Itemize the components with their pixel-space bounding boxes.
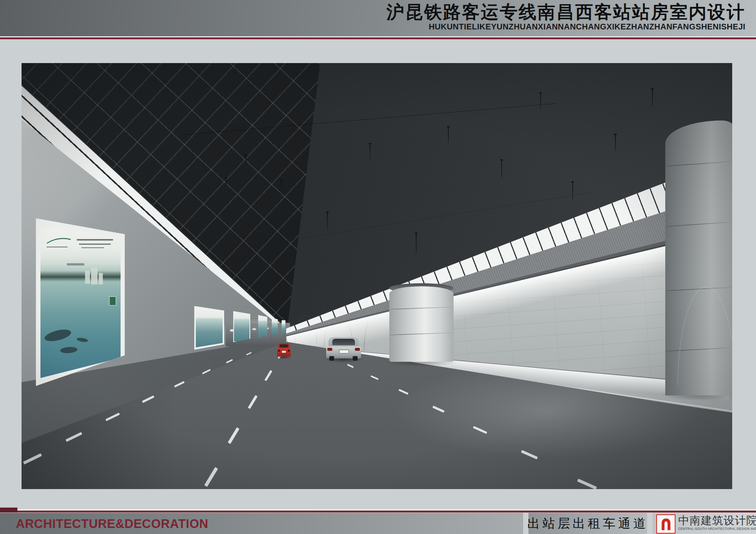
car-license-plate [339,350,349,353]
car-taillight [278,350,280,352]
pillar-right [665,120,732,395]
ceiling-rod [416,234,417,253]
arch-reflection [677,287,732,386]
institute-name-cn: 中南建筑设计院 [678,514,754,527]
billboard-artwork [196,307,223,347]
drawing-caption: 出站层出租车通道 [527,515,648,532]
ad-text-line [81,247,104,248]
ad-text-line [79,244,111,245]
car-taillight [327,348,332,351]
ceiling-rod [615,135,616,151]
ad-fish [60,346,77,353]
page-title: 沪昆铁路客运专线南昌西客站站房室内设计 [386,2,745,22]
pillar-seam [389,332,454,335]
ceiling-rod [448,127,449,143]
pillar-seam [389,307,454,310]
brand-text: ARCHITECTURE&DECORATION [16,516,208,531]
header-band: 沪昆铁路客运专线南昌西客站站房室内设计 HUKUNTIELIKEYUNZHUAN… [0,0,756,36]
ad-text-line [46,247,68,247]
ad-building [99,273,103,284]
car-license-plate [282,351,286,353]
institute-name-block: 中南建筑设计院 CENTRAL-SOUTH ARCHITECTURAL DESI… [678,514,754,531]
header-text: 沪昆铁路客运专线南昌西客站站房室内设计 HUKUNTIELIKEYUNZHUAN… [386,2,745,32]
institute-logo-icon [660,517,672,532]
ad-fish [76,337,88,343]
ad-building [91,268,98,284]
car-wheel [353,356,358,361]
footer-brand-panel: ARCHITECTURE&DECORATION [0,513,523,534]
footer-institute-panel: 中南建筑设计院 CENTRAL-SOUTH ARCHITECTURAL DESI… [652,513,756,534]
ceiling-rod [370,144,370,160]
footer-rule-accent [0,511,756,512]
car-rear-window [280,344,288,347]
car-red-compact [277,343,291,359]
ceiling-rod [281,180,282,198]
rendering-image [22,63,732,489]
presentation-board: 沪昆铁路客运专线南昌西客站站房室内设计 HUKUNTIELIKEYUNZHUAN… [0,0,756,534]
ad-fish [43,327,72,344]
ceiling-rod [226,178,226,193]
ceiling-rod [572,182,573,200]
header-rule-accent [0,37,756,39]
ad-badge [109,296,116,306]
billboard-small [258,315,267,338]
institute-name-en: CENTRAL-SOUTH ARCHITECTURAL DESIGN INSTI… [678,527,754,531]
billboard-small [272,318,278,335]
pillar-seam [665,161,732,167]
footer-caption-panel: 出站层出租车通道 [528,513,647,534]
billboard-artwork [40,222,121,378]
pillar-middle [389,286,454,362]
ad-script [67,263,84,265]
car-grey-sedan [326,337,361,362]
car-wheel [329,356,334,361]
ceiling-rod [245,156,246,171]
billboard-small [233,310,250,342]
car-rear-window [332,339,355,345]
billboard-small [194,305,224,350]
ceiling-rod [327,213,328,231]
car-taillight [288,350,290,352]
ceiling-rod [501,161,502,178]
ad-building [85,271,90,284]
footer-rule-left-segment [0,508,17,512]
ceiling-rod [540,93,541,109]
billboard-small [282,320,285,334]
pillar-seam [665,221,732,227]
institute-logo [656,514,675,534]
car-taillight [355,348,360,351]
ceiling-rod [652,90,653,107]
far-light [253,329,256,330]
ad-logo-swoosh [46,235,72,245]
page-title-pinyin: HUKUNTIELIKEYUNZHUANXIANNANCHANGXIKEZHAN… [386,22,745,32]
ad-text-line [77,239,113,241]
